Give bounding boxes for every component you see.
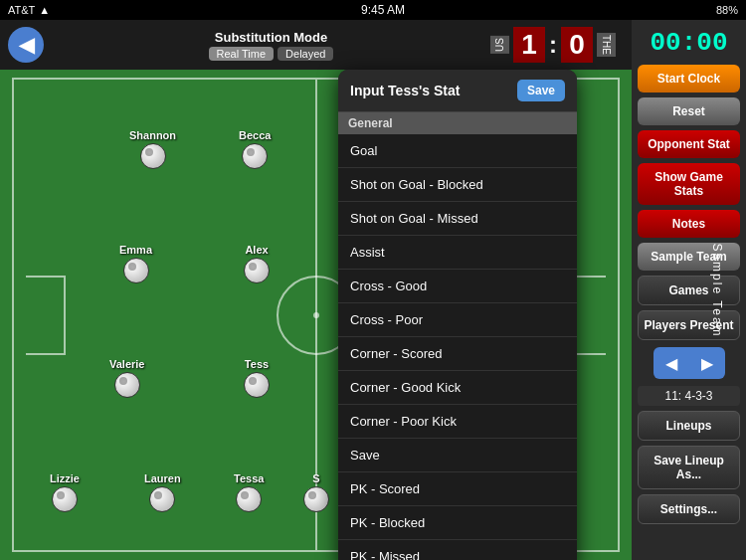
start-clock-button[interactable]: Start Clock xyxy=(638,65,740,93)
main-container: ◀ Substitution Mode Real Time Delayed US… xyxy=(0,20,746,560)
player-s[interactable]: S xyxy=(303,472,329,512)
center-dot xyxy=(313,312,319,318)
stat-pk-scored[interactable]: PK - Scored xyxy=(338,472,577,506)
team-left-tag: US xyxy=(490,36,509,54)
dropdown-header: Input Tess's Stat Save xyxy=(338,70,577,112)
stat-shot-missed[interactable]: Shot on Goal - Missed xyxy=(338,202,577,236)
sample-team-button[interactable]: Sample Team xyxy=(638,243,740,271)
delayed-btn[interactable]: Delayed xyxy=(278,47,333,61)
back-button[interactable]: ◀ xyxy=(8,27,44,63)
player-lauren[interactable]: Lauren xyxy=(144,472,181,512)
right-sidebar: 00:00 Start Clock Reset Opponent Stat Sh… xyxy=(632,20,746,560)
real-time-btn[interactable]: Real Time xyxy=(209,47,275,61)
nav-right-arrow[interactable]: ▶ xyxy=(689,347,725,379)
back-icon: ◀ xyxy=(19,33,34,57)
settings-button[interactable]: Settings... xyxy=(638,494,740,524)
score-area: US 1 : 0 THE xyxy=(490,27,616,63)
save-stat-button[interactable]: Save xyxy=(517,80,565,101)
player-becca[interactable]: Becca xyxy=(239,129,271,169)
status-left: AT&T ▲ xyxy=(8,4,50,16)
goal-area-left xyxy=(26,276,66,355)
dropdown-title: Input Tess's Stat xyxy=(350,83,460,98)
player-name-emma: Emma xyxy=(119,244,152,256)
status-bar: AT&T ▲ 9:45 AM 88% xyxy=(0,0,746,20)
player-name-tess: Tess xyxy=(245,358,269,370)
score-left: 1 xyxy=(513,27,545,63)
nav-left-arrow[interactable]: ◀ xyxy=(653,347,689,379)
player-name-valerie: Valerie xyxy=(109,358,144,370)
player-valerie[interactable]: Valerie xyxy=(109,358,144,398)
player-ball-tess xyxy=(244,372,270,398)
player-ball-s xyxy=(303,486,329,512)
player-shannon[interactable]: Shannon xyxy=(129,129,176,169)
games-button[interactable]: Games xyxy=(638,276,740,305)
nav-arrows: ◀ ▶ xyxy=(638,347,740,379)
notes-button[interactable]: Notes xyxy=(638,210,740,238)
player-ball-lauren xyxy=(149,486,175,512)
reset-button[interactable]: Reset xyxy=(638,97,740,125)
stat-list[interactable]: General Goal Shot on Goal - Blocked Shot… xyxy=(338,112,577,560)
lineups-button[interactable]: Lineups xyxy=(638,411,740,441)
player-name-tessa: Tessa xyxy=(234,472,264,484)
player-name-lauren: Lauren xyxy=(144,472,181,484)
player-ball-tessa xyxy=(236,486,262,512)
player-tess[interactable]: Tess xyxy=(244,358,270,398)
player-name-becca: Becca xyxy=(239,129,271,141)
mode-info: Substitution Mode Real Time Delayed xyxy=(52,30,490,61)
player-ball-shannon xyxy=(140,143,166,169)
player-ball-becca xyxy=(242,143,268,169)
section-general: General xyxy=(338,112,577,134)
status-time: 9:45 AM xyxy=(361,3,405,17)
field-panel: ◀ Substitution Mode Real Time Delayed US… xyxy=(0,20,632,560)
player-ball-valerie xyxy=(114,372,140,398)
timer-display: 00:00 xyxy=(638,28,740,58)
stat-shot-blocked[interactable]: Shot on Goal - Blocked xyxy=(338,168,577,202)
stat-corner-scored[interactable]: Corner - Scored xyxy=(338,337,577,371)
player-ball-lizzie xyxy=(52,486,78,512)
stat-corner-good-kick[interactable]: Corner - Good Kick xyxy=(338,371,577,405)
players-present-button[interactable]: Players Present xyxy=(638,310,740,340)
wifi-icon: ▲ xyxy=(39,4,50,16)
stat-assist[interactable]: Assist xyxy=(338,236,577,270)
team-right-tag: THE xyxy=(597,33,616,57)
opponent-stat-button[interactable]: Opponent Stat xyxy=(638,130,740,158)
top-bar: ◀ Substitution Mode Real Time Delayed US… xyxy=(0,20,632,70)
score-right: 0 xyxy=(561,27,593,63)
mode-buttons: Real Time Delayed xyxy=(209,47,334,61)
player-name-lizzie: Lizzie xyxy=(50,472,80,484)
stat-corner-poor-kick[interactable]: Corner - Poor Kick xyxy=(338,405,577,439)
player-ball-emma xyxy=(123,258,149,283)
battery-indicator: 88% xyxy=(716,4,738,16)
carrier-label: AT&T xyxy=(8,4,35,16)
stat-save[interactable]: Save xyxy=(338,439,577,472)
save-lineup-as-button[interactable]: Save Lineup As... xyxy=(638,446,740,489)
player-name-alex: Alex xyxy=(245,244,268,256)
stat-input-dropdown: Input Tess's Stat Save General Goal Shot… xyxy=(338,70,577,560)
player-alex[interactable]: Alex xyxy=(244,244,270,283)
stat-pk-missed[interactable]: PK - Missed xyxy=(338,540,577,560)
formation-badge: 11: 4-3-3 xyxy=(638,386,740,406)
stat-pk-blocked[interactable]: PK - Blocked xyxy=(338,506,577,540)
player-name-shannon: Shannon xyxy=(129,129,176,141)
player-name-s: S xyxy=(312,472,319,484)
score-separator: : xyxy=(549,31,557,59)
mode-title: Substitution Mode xyxy=(215,30,327,45)
show-game-stats-button[interactable]: Show Game Stats xyxy=(638,163,740,205)
stat-cross-good[interactable]: Cross - Good xyxy=(338,270,577,303)
player-lizzie[interactable]: Lizzie xyxy=(50,472,80,512)
player-tessa[interactable]: Tessa xyxy=(234,472,264,512)
player-ball-alex xyxy=(244,258,270,283)
stat-cross-poor[interactable]: Cross - Poor xyxy=(338,303,577,337)
stat-goal[interactable]: Goal xyxy=(338,134,577,168)
player-emma[interactable]: Emma xyxy=(119,244,152,283)
